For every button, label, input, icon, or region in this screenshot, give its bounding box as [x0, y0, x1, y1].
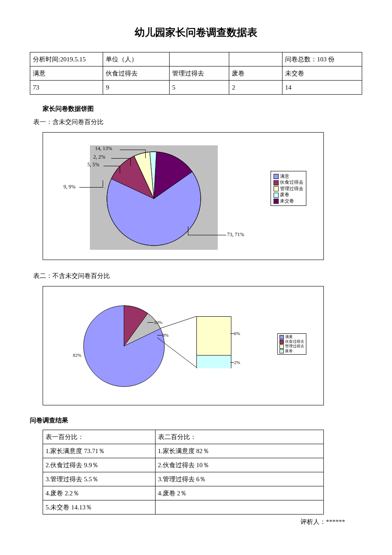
chart2-caption: 表二：不含未交问卷百分比 [33, 272, 362, 280]
leader-line [105, 188, 105, 188]
chart1-label-73: 73, 71% [227, 231, 244, 238]
cell: 5.未交卷 14.13％ [43, 500, 156, 515]
cell: 14 [282, 81, 362, 95]
swatch-icon [274, 186, 279, 191]
cell: 未交卷 [282, 66, 362, 81]
legend-label: 满意 [285, 335, 293, 339]
leader-line [111, 158, 130, 159]
swatch-icon [274, 193, 279, 198]
bar-slice-manage [197, 317, 231, 356]
leader-line [130, 158, 131, 166]
leader-line [147, 322, 153, 323]
chart1-container: 14, 13% 2, 2% 5, 5% 9, 9% 73, 71% 满意 伙食过… [43, 132, 324, 260]
swatch-icon [280, 340, 284, 344]
summary-table: 分析时间:2019.5.15 单位（人） 问卷总数：103 份 满意 伙食过得去… [30, 52, 362, 95]
legend-label: 未交卷 [280, 198, 294, 203]
leader-line [103, 180, 103, 188]
chart2-label-6: 6% [234, 331, 240, 336]
swatch-icon [274, 180, 279, 185]
page-title: 幼儿园家长问卷调查数据表 [30, 26, 362, 39]
legend-label: 废卷 [285, 349, 293, 353]
cell: 1.家长满意度 73.71％ [43, 444, 156, 458]
legend-item: 管理过得去 [280, 344, 304, 349]
reviewer-line: 评析人：****** [30, 518, 345, 526]
results-table: 表一百分比： 表二百分比： 1.家长满意度 73.71％1.家长满意度 82％ … [43, 430, 324, 515]
cell: 2 [229, 81, 282, 95]
legend-item: 废卷 [274, 191, 303, 197]
cell: 表二百分比： [155, 430, 323, 444]
bar-of-pie [196, 316, 231, 368]
bar-slice-waste [197, 356, 231, 368]
cell: 4.废卷 2％ [155, 486, 323, 500]
chart2-label-2: 2% [234, 360, 240, 365]
chart2-label-8: 8% [162, 332, 169, 338]
legend-label: 伙食过得去 [285, 339, 304, 344]
leader-line [104, 166, 120, 166]
cell: 单位（人） [103, 52, 170, 66]
chart1-label-5: 5, 5% [87, 162, 99, 168]
cell: 问卷总数：103 份 [282, 52, 362, 66]
cell: 管理过得去 [170, 66, 229, 81]
cell: 4.废卷 2.2％ [43, 486, 156, 500]
leader-line [188, 235, 226, 235]
cell: 5 [170, 81, 229, 95]
cell: 满意 [30, 66, 103, 81]
legend-label: 满意 [280, 173, 289, 179]
legend-item: 管理过得去 [274, 185, 303, 191]
cell: 1.家长满意度 82％ [155, 444, 323, 458]
cell: 2.伙食过得去 9.9％ [43, 458, 156, 472]
cell [229, 52, 282, 66]
cell: 9 [103, 81, 170, 95]
cell [170, 52, 229, 66]
cell: 分析时间:2019.5.15 [30, 52, 103, 66]
legend-item: 伙食过得去 [274, 179, 303, 185]
chart2-legend: 满意 伙食过得去 管理过得去 废卷 [277, 333, 306, 355]
legend-label: 管理过得去 [280, 186, 303, 191]
chart1-legend: 满意 伙食过得去 管理过得去 废卷 未交卷 [271, 171, 306, 206]
chart1-label-9: 9, 9% [63, 184, 75, 190]
swatch-icon [280, 349, 284, 353]
chart1-caption: 表一：含未交问卷百分比 [33, 118, 362, 126]
leader-line [231, 333, 234, 334]
legend-item: 未交卷 [274, 198, 303, 204]
chart2-container: 82% 10% 8% 6% 2% 满意 伙食过得去 管理过得去 废卷 [43, 286, 324, 405]
chart1-label-2: 2, 2% [93, 154, 105, 160]
cell: 3.管理过得去 6％ [155, 472, 323, 486]
chart2-label-82: 82% [73, 353, 81, 358]
pie-chart-1 [90, 145, 218, 250]
cell: 3.管理过得去 5.5％ [43, 472, 156, 486]
cell: 废卷 [229, 66, 282, 81]
chart2-label-10: 10% [154, 320, 162, 325]
cell: 2.伙食过得去 10％ [155, 458, 323, 472]
cell: 73 [30, 81, 103, 95]
swatch-icon [280, 344, 284, 349]
leader-line [188, 226, 188, 235]
section-title-charts: 家长问卷数据饼图 [43, 105, 362, 113]
swatch-icon [274, 199, 279, 204]
legend-item: 满意 [280, 335, 304, 339]
svg-line-3 [161, 316, 196, 328]
leader-line [79, 187, 103, 188]
legend-label: 废卷 [280, 192, 289, 197]
chart1-label-14: 14, 13% [95, 145, 112, 152]
results-title: 问卷调查结果 [30, 416, 362, 425]
leader-line [120, 150, 145, 150]
legend-item: 伙食过得去 [280, 339, 304, 344]
leader-line [157, 335, 162, 335]
cell: 伙食过得去 [103, 66, 170, 81]
chart1-plot [90, 145, 218, 250]
leader-line [145, 150, 146, 158]
leader-line [231, 362, 234, 363]
cell [155, 500, 323, 515]
legend-item: 废卷 [280, 349, 304, 353]
legend-label: 伙食过得去 [280, 179, 303, 185]
legend-item: 满意 [274, 173, 303, 179]
legend-label: 管理过得去 [285, 344, 304, 348]
swatch-icon [280, 335, 284, 339]
cell: 表一百分比： [43, 430, 156, 444]
leader-line [120, 166, 120, 173]
swatch-icon [274, 174, 279, 179]
